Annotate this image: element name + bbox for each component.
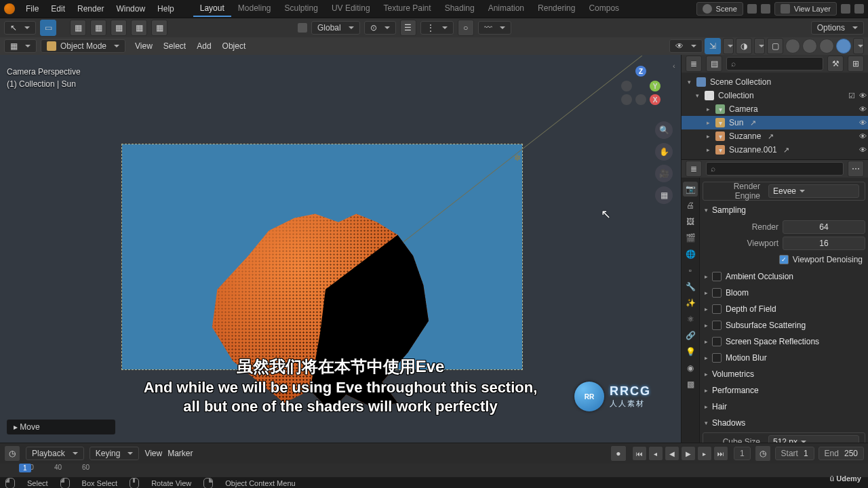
hide-eye-icon[interactable]: 👁 xyxy=(857,104,868,115)
workspace-compos[interactable]: Compos xyxy=(582,1,626,17)
menu-add[interactable]: Add xyxy=(191,39,216,53)
tab-physics-icon[interactable]: ⚛ xyxy=(683,312,698,327)
panel-subsurface-scattering[interactable]: Subsurface Scattering xyxy=(726,321,806,330)
frame-clock-icon[interactable]: ◷ xyxy=(755,445,771,462)
viewport-3d[interactable]: Camera Perspective (1) Collection | Sun … xyxy=(0,55,681,443)
new-scene-icon[interactable] xyxy=(747,4,757,14)
shading-rendered-icon[interactable] xyxy=(836,39,851,54)
menu-render[interactable]: Render xyxy=(72,1,109,16)
outliner-editor-icon[interactable]: ≣ xyxy=(686,56,702,72)
tool-cursor-select[interactable]: ↖ xyxy=(4,21,36,35)
tab-object-icon[interactable]: ▫ xyxy=(683,263,698,278)
tab-particle-icon[interactable]: ✨ xyxy=(683,296,698,310)
outliner-item-sun[interactable]: ▸▾Sun ↗👁 xyxy=(682,116,868,129)
panel-enable-checkbox[interactable] xyxy=(712,321,722,330)
options-menu[interactable]: Options xyxy=(811,21,864,35)
zoom-icon[interactable]: 🔍 xyxy=(655,121,673,139)
panel-enable-checkbox[interactable] xyxy=(712,272,722,281)
menu-window[interactable]: Window xyxy=(111,1,151,16)
auto-key-icon[interactable]: ● xyxy=(610,445,627,462)
outliner-item-suzanne-001[interactable]: ▸▾Suzanne.001 ↗👁 xyxy=(682,143,868,157)
xray-icon[interactable]: ▢ xyxy=(767,38,783,54)
menu-select3[interactable]: Select xyxy=(158,39,191,53)
panel-hair[interactable]: Hair xyxy=(712,402,727,411)
delete-scene-icon[interactable] xyxy=(761,4,770,14)
props-options-icon[interactable]: ⋯ xyxy=(848,161,864,177)
panel-ambient-occlusion[interactable]: Ambient Occlusion xyxy=(726,272,793,281)
panel-volumetrics[interactable]: Volumetrics xyxy=(712,369,754,379)
keyframe-next-icon[interactable]: ▸ xyxy=(697,446,712,461)
outliner-search-input[interactable]: ⌕ xyxy=(726,57,823,70)
timeline-ruler[interactable]: 1 . 20 40 60 xyxy=(0,464,868,477)
collection-exclude-icon[interactable]: ☑ xyxy=(846,90,857,101)
outliner-new-coll-icon[interactable]: ⊞ xyxy=(848,56,864,72)
tab-output-icon[interactable]: 🖨 xyxy=(683,198,698,213)
playhead[interactable]: 1 xyxy=(19,464,31,472)
axis-x-icon[interactable]: X xyxy=(650,94,660,105)
tab-modifier-icon[interactable]: 🔧 xyxy=(683,279,698,294)
new-layer-icon[interactable] xyxy=(841,4,850,14)
tab-material-icon[interactable]: ◉ xyxy=(683,361,698,375)
start-frame-input[interactable]: Start1 xyxy=(775,447,814,460)
data-link-icon[interactable]: ↗ xyxy=(747,117,758,128)
menu-object[interactable]: Object xyxy=(217,39,252,53)
snap-select[interactable]: ⋮ xyxy=(420,21,454,35)
pan-icon[interactable]: ✋ xyxy=(655,143,673,161)
end-frame-input[interactable]: End250 xyxy=(818,447,864,460)
axis-neg1-icon[interactable] xyxy=(621,81,632,92)
gizmo-set3-icon[interactable]: ▦ xyxy=(111,20,127,36)
overlay-visibility-icon[interactable]: 👁 xyxy=(669,39,703,53)
proportional-icon[interactable]: ○ xyxy=(458,20,474,36)
axis-gizmo[interactable]: Z Y X xyxy=(621,66,660,105)
workspace-texpaint[interactable]: Texture Paint xyxy=(377,1,438,17)
data-link-icon[interactable]: ↗ xyxy=(781,144,792,155)
workspace-layout[interactable]: Layout xyxy=(193,1,231,17)
hide-eye-icon[interactable]: 👁 xyxy=(857,144,868,155)
viewlayer-field[interactable]: View Layer xyxy=(774,2,837,16)
menu-help[interactable]: Help xyxy=(152,1,180,16)
tab-texture-icon[interactable]: ▩ xyxy=(683,377,698,392)
collection-eye-icon[interactable]: 👁 xyxy=(857,90,868,101)
panel-bloom[interactable]: Bloom xyxy=(726,288,749,298)
scene-field[interactable]: Scene xyxy=(696,2,743,16)
delete-layer-icon[interactable] xyxy=(854,4,864,14)
snap-toggle-icon[interactable]: ☰ xyxy=(400,20,416,36)
axis-neg2-icon[interactable] xyxy=(621,94,632,105)
camera-icon[interactable]: 🎥 xyxy=(655,165,673,182)
outliner-tree[interactable]: ▾ Scene Collection ▾ ▢ Collection ☑ 👁 ▸▾… xyxy=(682,73,868,159)
tab-render-icon[interactable]: 📷 xyxy=(683,182,698,197)
panel-performance[interactable]: Performance xyxy=(712,386,759,395)
workspace-anim[interactable]: Animation xyxy=(481,1,531,17)
hide-eye-icon[interactable]: 👁 xyxy=(857,131,868,142)
outliner-item-camera[interactable]: ▸▾Camera👁 xyxy=(682,102,868,116)
panel-enable-checkbox[interactable] xyxy=(712,353,722,363)
shading-popover-icon[interactable] xyxy=(853,38,864,54)
keyframe-prev-icon[interactable]: ◂ xyxy=(648,446,663,461)
shading-matprev-icon[interactable] xyxy=(819,39,834,54)
workspace-shading[interactable]: Shading xyxy=(438,1,481,17)
props-search-input[interactable]: ⌕ xyxy=(706,162,844,176)
viewport-denoise-checkbox[interactable]: ✓ xyxy=(779,255,789,264)
viewport-mesh-suzanne[interactable] xyxy=(197,205,454,415)
cube-size-select[interactable]: 512 px xyxy=(768,435,859,443)
tab-data-icon[interactable]: 💡 xyxy=(683,344,698,359)
keying-menu[interactable]: Keying xyxy=(90,447,140,460)
axis-neg3-icon[interactable] xyxy=(635,94,646,105)
panel-shadows[interactable]: Shadows xyxy=(712,418,745,428)
tab-scene-icon[interactable]: 🎬 xyxy=(683,230,698,245)
timeline-marker-menu[interactable]: Marker xyxy=(167,449,193,458)
gizmo-set5-icon[interactable]: ▦ xyxy=(151,20,167,36)
hide-eye-icon[interactable]: 👁 xyxy=(857,117,868,128)
gizmo-set1-icon[interactable]: ▦ xyxy=(70,20,86,36)
gizmo-popover-icon[interactable] xyxy=(723,38,734,54)
editor-type-icon[interactable]: ▦ xyxy=(4,39,37,53)
menu-edit[interactable]: Edit xyxy=(45,1,71,16)
play-rev-icon[interactable]: ◀ xyxy=(665,446,679,461)
menu-file[interactable]: File xyxy=(20,1,44,16)
panel-enable-checkbox[interactable] xyxy=(712,288,722,298)
shading-solid-icon[interactable] xyxy=(802,39,817,54)
timeline-view-menu[interactable]: View xyxy=(144,449,162,458)
timeline-editor-icon[interactable]: ◷ xyxy=(4,445,20,462)
panel-sampling[interactable]: Sampling xyxy=(712,205,746,215)
outliner-display-icon[interactable]: ▤ xyxy=(706,56,722,72)
